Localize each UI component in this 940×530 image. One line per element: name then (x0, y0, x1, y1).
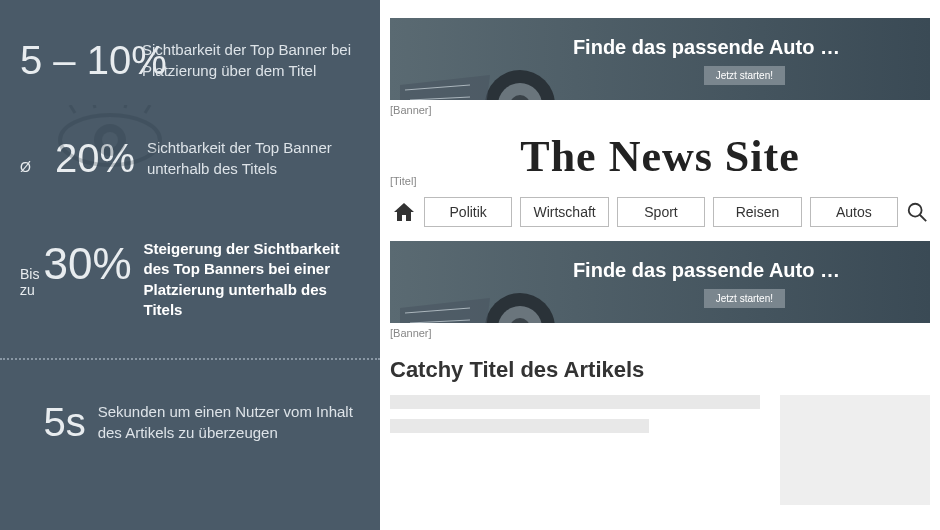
banner-cta-button[interactable]: Jetzt starten! (704, 289, 785, 308)
stat-desc: Sekunden um einen Nutzer vom Inhalt des … (98, 402, 360, 443)
stat-prefix: Bis zu (20, 266, 39, 298)
stat-row-3: Bis zu30% Steigerung der Sicht­barkeit d… (0, 189, 380, 328)
site-title: The News Site (390, 131, 930, 182)
article-title: Catchy Titel des Artikels (390, 357, 930, 383)
banner-label: [Banner] (390, 104, 930, 116)
stat-prefix: Ø (20, 159, 31, 175)
top-banner: Finde das passende Auto … Jetzt starten! (390, 18, 930, 100)
svg-line-5 (125, 105, 127, 108)
banner-headline: Finde das passende Auto … (573, 259, 840, 282)
stat-value: 30% (43, 239, 131, 289)
stat-desc: Sichtbarkeit der Top Banner unterhalb de… (147, 138, 360, 179)
text-line (390, 395, 760, 409)
stat-desc: Steigerung der Sicht­barkeit des Top Ban… (144, 239, 360, 320)
text-line (390, 419, 649, 433)
svg-point-2 (102, 132, 118, 148)
eye-icon (55, 105, 165, 179)
stat-value: 5 – 10% (20, 38, 130, 83)
stat-row-4: 5s Sekunden um einen Nutzer vom Inhalt d… (0, 358, 380, 453)
svg-line-3 (70, 105, 75, 113)
svg-line-13 (920, 215, 926, 221)
banner-label: [Banner] (390, 327, 930, 339)
stat-row-1: 5 – 10% Sichtbarkeit der Top Banner bei … (0, 0, 380, 91)
article-image-placeholder (780, 395, 930, 505)
svg-line-4 (93, 105, 95, 108)
nav-item-politik[interactable]: Politik (424, 197, 512, 227)
nav-item-sport[interactable]: Sport (617, 197, 705, 227)
mockup-panel: Finde das passende Auto … Jetzt starten!… (380, 0, 940, 530)
nav-item-autos[interactable]: Autos (810, 197, 898, 227)
article-body (390, 395, 930, 505)
home-icon[interactable] (392, 200, 416, 224)
car-wheel-graphic (400, 268, 580, 323)
stat-desc: Sichtbarkeit der Top Banner bei Platzier… (142, 40, 360, 81)
mid-banner: Finde das passende Auto … Jetzt starten! (390, 241, 930, 323)
car-wheel-graphic (400, 45, 580, 100)
svg-line-6 (145, 105, 150, 113)
search-icon[interactable] (906, 201, 928, 223)
stat-value: 5s (20, 400, 86, 445)
stats-panel: 5 – 10% Sichtbarkeit der Top Banner bei … (0, 0, 380, 530)
title-label: [Titel] (390, 175, 417, 187)
nav-item-reisen[interactable]: Reisen (713, 197, 801, 227)
nav-bar: Politik Wirtschaft Sport Reisen Autos (390, 197, 930, 241)
banner-headline: Finde das passende Auto … (573, 36, 840, 59)
banner-cta-button[interactable]: Jetzt starten! (704, 66, 785, 85)
nav-item-wirtschaft[interactable]: Wirtschaft (520, 197, 608, 227)
svg-point-12 (909, 204, 922, 217)
article-text-placeholder (390, 395, 760, 505)
